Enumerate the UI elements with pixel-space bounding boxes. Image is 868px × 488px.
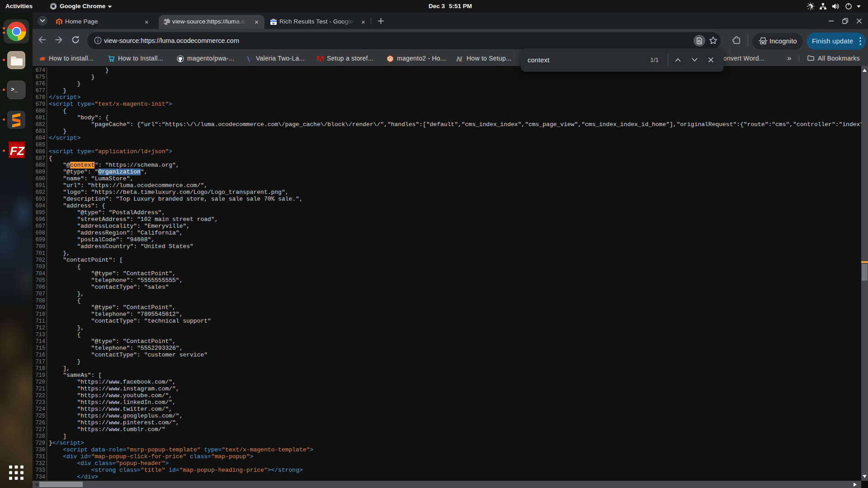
svg-text:FZ: FZ — [10, 144, 25, 158]
svg-text:>_: >_ — [11, 86, 18, 93]
